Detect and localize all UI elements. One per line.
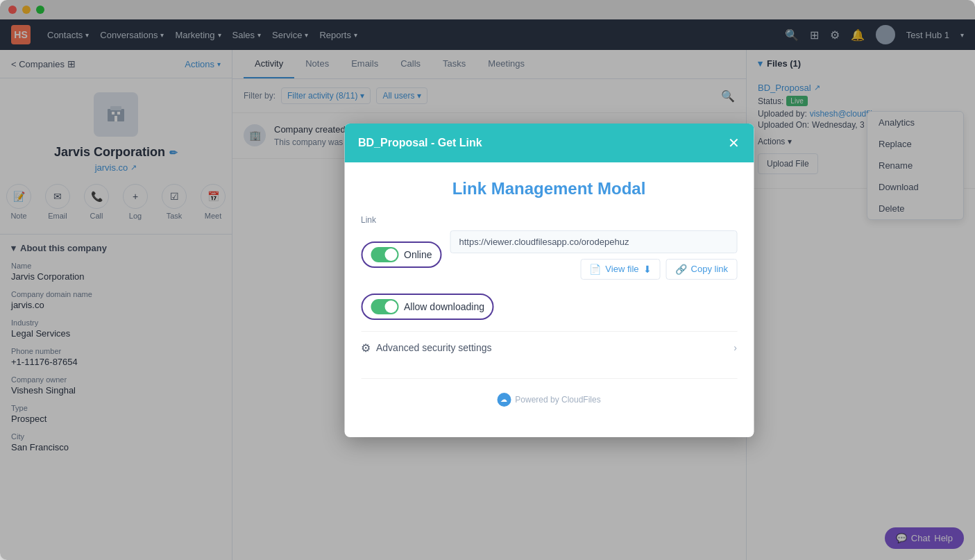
modal-title: BD_Proposal - Get Link	[358, 137, 482, 149]
powered-by: ☁ Powered by CloudFiles	[361, 378, 737, 421]
view-file-button[interactable]: 📄 View file ⬇	[580, 259, 660, 280]
online-toggle-thumb	[384, 248, 397, 261]
copy-link-button[interactable]: 🔗 Copy link	[666, 259, 737, 280]
link-url-actions: 📄 View file ⬇ 🔗 Copy link	[450, 230, 737, 280]
link-url-input[interactable]	[450, 230, 737, 253]
online-toggle[interactable]	[371, 247, 398, 262]
advanced-security-row[interactable]: ⚙ Advanced security settings ›	[361, 331, 737, 364]
allow-download-toggle-container[interactable]: Allow downloading	[361, 294, 494, 320]
link-section: Link Online 📄 View file	[361, 215, 737, 280]
view-file-icon: 📄	[589, 264, 601, 275]
modal-body: Link Management Modal Link Online	[344, 162, 754, 437]
allow-download-toggle[interactable]	[371, 299, 398, 314]
modal-header: BD_Proposal - Get Link ✕	[344, 124, 754, 162]
main-window: HS Contacts ▾ Conversations ▾ Marketing …	[0, 0, 975, 560]
advanced-security-chevron: ›	[734, 342, 737, 353]
copy-link-icon: 🔗	[675, 264, 687, 275]
modal-close-button[interactable]: ✕	[728, 135, 740, 151]
allow-download-toggle-thumb	[384, 300, 397, 313]
link-action-buttons: 📄 View file ⬇ 🔗 Copy link	[450, 259, 737, 280]
modal-heading: Link Management Modal	[361, 179, 737, 198]
cloudfiles-icon: ☁	[497, 393, 511, 407]
download-icon: ⬇	[643, 264, 652, 275]
allow-download-row: Allow downloading	[361, 294, 737, 320]
link-row: Online 📄 View file ⬇ 🔗 C	[361, 230, 737, 280]
modal: BD_Proposal - Get Link ✕ Link Management…	[344, 124, 754, 437]
online-toggle-container[interactable]: Online	[361, 241, 441, 268]
gear-icon: ⚙	[361, 341, 371, 355]
